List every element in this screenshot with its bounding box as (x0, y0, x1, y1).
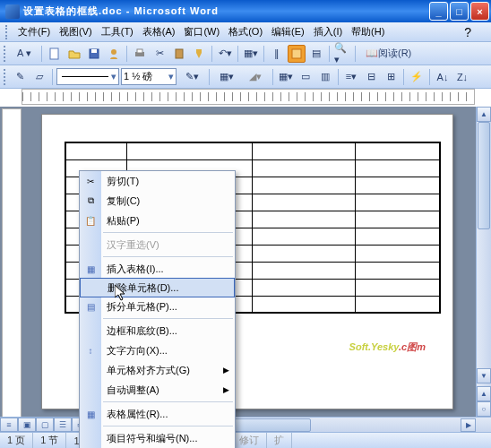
menu-help[interactable]: 帮助(H) (348, 23, 388, 40)
open-button[interactable] (65, 45, 83, 63)
app-icon (5, 4, 20, 19)
submenu-arrow-icon: ▶ (223, 385, 229, 394)
web-view-button[interactable]: ▣ (18, 418, 36, 432)
table-icon: ▦ (83, 262, 98, 276)
context-menu: ✂剪切(T) ⧉复制(C) 📋粘贴(P) 汉字重选(V) ▦插入表格(I)...… (79, 170, 236, 448)
scroll-down-button[interactable]: ▼ (477, 368, 491, 383)
menu-bar: 文件(F) 视图(V) 工具(T) 表格(A) 窗口(W) 格式(O) 编辑(E… (0, 22, 491, 42)
format-painter-button[interactable] (190, 45, 208, 63)
close-button[interactable]: × (470, 2, 489, 21)
browse-object-button[interactable]: ○ (477, 401, 491, 417)
ctx-text-direction[interactable]: ↕文字方向(X)... (80, 340, 235, 360)
toolbar-handle[interactable] (4, 69, 7, 85)
shading-button[interactable]: ◢▾ (242, 68, 269, 86)
ctx-split-cells[interactable]: ▤拆分单元格(P)... (80, 297, 235, 316)
menu-table[interactable]: 表格(A) (139, 23, 179, 40)
window-title: 设置表格的框线.doc - Microsoft Word (23, 4, 429, 18)
ctx-bullets-numbering[interactable]: 项目符号和编号(N)... (80, 428, 235, 448)
status-page: 1 页 (0, 433, 33, 448)
split-cells-button[interactable]: ▥ (316, 68, 334, 86)
ctx-insert-table[interactable]: ▦插入表格(I)... (80, 259, 235, 279)
scroll-right-button[interactable]: ▶ (461, 418, 476, 432)
svg-point-3 (111, 49, 116, 55)
watermark: Soft.Yesky.c图m (349, 336, 426, 355)
scroll-thumb[interactable] (478, 122, 490, 229)
line-weight-combo[interactable]: 1 ½ 磅▾ (121, 68, 177, 85)
distribute-rows-button[interactable]: ⊟ (362, 68, 380, 86)
paste-button[interactable] (170, 45, 188, 63)
horizontal-ruler[interactable] (22, 89, 475, 105)
insert-table-button-2[interactable]: ▦▾ (277, 68, 295, 86)
sort-asc-button[interactable]: A↓ (434, 68, 452, 86)
svg-rect-7 (292, 49, 301, 58)
new-button[interactable] (46, 45, 64, 63)
horizontal-strip: ≡ ▣ ▢ ☰ ▭ ◀ ▶ (0, 417, 491, 432)
autoformat-button[interactable]: ⚡ (408, 68, 426, 86)
outline-view-button[interactable]: ☰ (54, 418, 72, 432)
ctx-autofit[interactable]: 自动调整(A)▶ (80, 380, 235, 400)
ctx-copy[interactable]: ⧉复制(C) (80, 191, 235, 211)
ctx-delete-cells[interactable]: 删除单元格(D)... (80, 278, 235, 297)
view-buttons: ≡ ▣ ▢ ☰ ▭ (0, 418, 90, 432)
help-ask-icon[interactable]: ? (461, 23, 475, 41)
tables-borders-toolbar: ✎ ▱ ▾ 1 ½ 磅▾ ✎▾ ▦▾ ◢▾ ▦▾ ▭ ▥ ≡▾ ⊟ ⊞ ⚡ A↓… (0, 65, 491, 89)
paste-icon: 📋 (83, 213, 98, 228)
prev-page-button[interactable]: ▲ (477, 386, 491, 401)
ctx-borders-shading[interactable]: 边框和底纹(B)... (80, 321, 235, 340)
menu-insert[interactable]: 插入(I) (310, 23, 346, 40)
zoom-dropdown[interactable]: 🔍▾ (333, 45, 351, 63)
menu-format[interactable]: 格式(O) (225, 23, 266, 40)
svg-rect-2 (91, 49, 97, 53)
border-color-button[interactable]: ✎▾ (178, 68, 205, 86)
status-ext[interactable]: 扩 (267, 433, 292, 448)
doc-map-button[interactable]: ▤ (307, 45, 325, 63)
align-button[interactable]: ≡▾ (342, 68, 360, 86)
split-icon: ▤ (83, 299, 98, 314)
undo-button[interactable]: ↶▾ (216, 45, 234, 63)
line-style-combo[interactable]: ▾ (56, 68, 119, 85)
ctx-cut[interactable]: ✂剪切(T) (80, 171, 235, 191)
menu-view[interactable]: 视图(V) (56, 23, 96, 40)
draw-table-button[interactable]: ✎ (11, 68, 29, 86)
permission-button[interactable] (105, 45, 123, 63)
show-marks-button[interactable] (288, 45, 306, 63)
document-area: Soft.Yesky.c图m ▲ ▼ ▲ ○ ▼ (0, 107, 491, 432)
submenu-arrow-icon: ▶ (223, 366, 229, 375)
status-rev[interactable]: 修订 (232, 433, 267, 448)
maximize-button[interactable]: □ (450, 2, 469, 21)
columns-button[interactable]: ‖ (268, 45, 286, 63)
print-button[interactable] (131, 45, 149, 63)
insert-table-button[interactable]: ▦▾ (242, 45, 260, 63)
table-props-icon: ▦ (83, 407, 98, 421)
cut-button[interactable]: ✂ (151, 45, 168, 63)
print-view-button[interactable]: ▢ (36, 418, 54, 432)
toolbar-handle[interactable] (4, 46, 7, 62)
ctx-cell-alignment[interactable]: 单元格对齐方式(G)▶ (80, 360, 235, 380)
merge-cells-button[interactable]: ▭ (297, 68, 314, 86)
scroll-up-button[interactable]: ▲ (477, 107, 491, 122)
menu-edit[interactable]: 编辑(E) (268, 23, 308, 40)
font-dropdown[interactable]: A ▾ (11, 45, 38, 63)
vertical-ruler[interactable] (2, 108, 22, 430)
standard-toolbar: A ▾ ✂ ↶▾ ▦▾ ‖ ▤ 🔍▾ 📖 阅读(R) (0, 42, 491, 65)
read-button[interactable]: 📖 阅读(R) (359, 45, 418, 63)
vertical-scrollbar[interactable]: ▲ ▼ ▲ ○ ▼ (476, 107, 491, 432)
toolbar-handle[interactable] (5, 25, 9, 39)
distribute-cols-button[interactable]: ⊞ (382, 68, 400, 86)
svg-rect-6 (176, 49, 183, 58)
minimize-button[interactable]: _ (429, 2, 448, 21)
svg-rect-0 (50, 48, 58, 59)
copy-icon: ⧉ (83, 194, 98, 208)
status-bar: 1 页 1 节 1/1 位置 1 行 1 列 录制 修订 扩 (0, 432, 491, 448)
sort-desc-button[interactable]: Z↓ (453, 68, 471, 86)
save-button[interactable] (85, 45, 103, 63)
menu-tools[interactable]: 工具(T) (98, 23, 137, 40)
normal-view-button[interactable]: ≡ (0, 418, 18, 432)
borders-button[interactable]: ▦▾ (213, 68, 240, 86)
menu-window[interactable]: 窗口(W) (180, 23, 223, 40)
menu-file[interactable]: 文件(F) (14, 23, 54, 40)
ctx-table-properties[interactable]: ▦表格属性(R)... (80, 404, 235, 424)
cut-icon: ✂ (83, 174, 98, 188)
eraser-button[interactable]: ▱ (30, 68, 48, 86)
ctx-paste[interactable]: 📋粘贴(P) (80, 211, 235, 230)
